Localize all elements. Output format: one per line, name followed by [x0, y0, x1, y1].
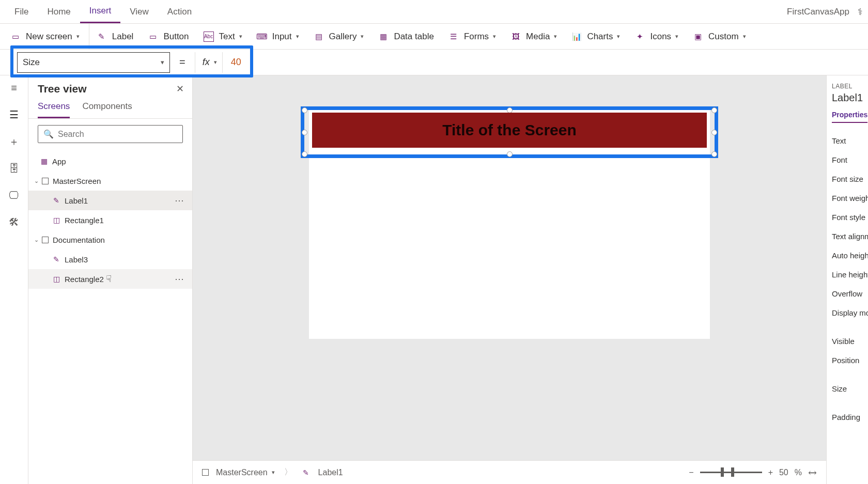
- prop-visible[interactable]: Visible: [832, 332, 868, 351]
- charts-icon: 📊: [571, 32, 582, 42]
- ribbon-bar: ▭ New screen▾ ✎Label ▭Button AbcText▾ ⌨I…: [0, 24, 868, 50]
- resize-handle[interactable]: [302, 107, 307, 113]
- fx-icon[interactable]: fx: [195, 57, 214, 68]
- rail-add-icon[interactable]: ＋: [8, 135, 20, 148]
- top-menu-bar: File Home Insert View Action FirstCanvas…: [0, 0, 868, 24]
- close-icon[interactable]: ✕: [176, 83, 184, 95]
- forms-icon: ☰: [448, 32, 459, 42]
- prop-text-align[interactable]: Text alignment: [832, 227, 868, 246]
- rail-data-icon[interactable]: 🗄: [8, 162, 20, 175]
- tree-item-masterscreen[interactable]: ⌄ MasterScreen: [28, 171, 192, 191]
- fit-icon[interactable]: ⤢: [805, 465, 820, 480]
- prop-font[interactable]: Font: [832, 150, 868, 169]
- tree-view-title: Tree view: [38, 83, 87, 95]
- formula-value[interactable]: 40: [222, 52, 250, 73]
- label-icon: ✎: [52, 255, 60, 263]
- insert-button-button[interactable]: ▭Button: [141, 24, 196, 49]
- rectangle-icon: ◫: [52, 216, 60, 224]
- icons-icon: ✦: [634, 32, 645, 42]
- text-icon: Abc: [204, 32, 214, 42]
- resize-handle[interactable]: [711, 107, 717, 113]
- canvas-tray: MasterScreen ▾ 〉 ✎ Label1 − + 50 % ⤢: [193, 460, 826, 484]
- tab-screens[interactable]: Screens: [38, 101, 70, 118]
- prop-display-mode[interactable]: Display mode: [832, 303, 868, 322]
- prop-element-name: Label1: [832, 92, 868, 104]
- properties-panel: LABEL Label1 Properties Text Font Font s…: [826, 75, 868, 484]
- tree-item-documentation[interactable]: ⌄ Documentation: [28, 230, 192, 249]
- tree-view-panel: Tree view ✕ Screens Components 🔍 ▦ App ⌄…: [28, 75, 193, 484]
- tree-item-rectangle2[interactable]: ◫ Rectangle2 ☟ ⋯: [28, 269, 192, 289]
- prop-font-weight[interactable]: Font weight: [832, 189, 868, 208]
- menu-action[interactable]: Action: [158, 0, 201, 23]
- resize-handle[interactable]: [711, 130, 717, 135]
- insert-datatable-button[interactable]: ▦Data table: [371, 24, 441, 49]
- menu-insert[interactable]: Insert: [80, 0, 121, 23]
- button-icon: ▭: [148, 32, 158, 42]
- rail-media-icon[interactable]: 🖵: [8, 189, 20, 201]
- property-selector[interactable]: Size▾: [17, 52, 170, 73]
- label-icon: ✎: [302, 469, 310, 477]
- insert-text-button[interactable]: AbcText▾: [196, 24, 250, 49]
- insert-charts-button[interactable]: 📊Charts▾: [564, 24, 627, 49]
- tab-components[interactable]: Components: [82, 101, 132, 118]
- insert-icons-button[interactable]: ✦Icons▾: [627, 24, 686, 49]
- zoom-slider[interactable]: [700, 472, 762, 473]
- insert-forms-button[interactable]: ☰Forms▾: [441, 24, 503, 49]
- screen-icon: [42, 237, 49, 243]
- rail-hamburger-icon[interactable]: ≡: [8, 82, 20, 94]
- prop-padding[interactable]: Padding: [832, 408, 868, 427]
- left-rail: ≡ ☰ ＋ 🗄 🖵 🛠: [0, 75, 28, 484]
- search-input[interactable]: [58, 130, 177, 139]
- resize-handle[interactable]: [507, 151, 513, 157]
- formula-bar: Size▾ = fx ▾ 40: [0, 50, 868, 75]
- screen-preview[interactable]: Title of the Screen: [309, 106, 710, 339]
- tree-item-rectangle1[interactable]: ◫ Rectangle1: [28, 210, 192, 230]
- prop-font-style[interactable]: Font style: [832, 208, 868, 227]
- insert-input-button[interactable]: ⌨Input▾: [250, 24, 306, 49]
- chevron-down-icon[interactable]: ⌄: [33, 237, 40, 243]
- insert-label-button[interactable]: ✎Label: [89, 24, 141, 49]
- tab-properties[interactable]: Properties: [832, 111, 867, 123]
- resize-handle[interactable]: [302, 130, 307, 135]
- prop-size[interactable]: Size: [832, 379, 868, 398]
- chevron-down-icon[interactable]: ⌄: [33, 178, 40, 184]
- label-icon: ✎: [52, 196, 60, 205]
- more-icon[interactable]: ⋯: [175, 195, 185, 206]
- insert-gallery-button[interactable]: ▤Gallery▾: [306, 24, 371, 49]
- datatable-icon: ▦: [378, 32, 389, 42]
- prop-type-label: LABEL: [832, 83, 868, 90]
- tray-screen-selector[interactable]: MasterScreen ▾: [202, 468, 275, 477]
- formula-input[interactable]: [252, 52, 868, 73]
- prop-line-height[interactable]: Line height: [832, 265, 868, 284]
- prop-font-size[interactable]: Font size: [832, 169, 868, 189]
- prop-overflow[interactable]: Overflow: [832, 284, 868, 303]
- rail-tools-icon[interactable]: 🛠: [8, 216, 20, 228]
- resize-handle[interactable]: [711, 151, 717, 157]
- tree-search[interactable]: 🔍: [38, 125, 183, 143]
- menu-view[interactable]: View: [120, 0, 158, 23]
- prop-auto-height[interactable]: Auto height: [832, 246, 868, 265]
- cursor-icon: ☟: [106, 273, 112, 285]
- canvas-label1[interactable]: Title of the Screen: [312, 113, 707, 148]
- tree-item-label1[interactable]: ✎ Label1 ⋯: [28, 191, 192, 210]
- prop-position[interactable]: Position: [832, 351, 868, 370]
- app-icon: ▦: [40, 157, 48, 165]
- prop-text[interactable]: Text: [832, 131, 868, 150]
- zoom-value: 50: [779, 468, 788, 477]
- menu-file[interactable]: File: [5, 0, 38, 23]
- input-icon: ⌨: [257, 32, 267, 42]
- tree-item-app[interactable]: ▦ App: [28, 151, 192, 171]
- insert-media-button[interactable]: 🖼Media▾: [503, 24, 564, 49]
- resize-handle[interactable]: [302, 151, 307, 157]
- rectangle-icon: ◫: [52, 275, 60, 283]
- tree-item-label3[interactable]: ✎ Label3: [28, 249, 192, 269]
- zoom-in-button[interactable]: +: [768, 468, 773, 477]
- tray-element[interactable]: ✎ Label1: [302, 468, 343, 477]
- more-icon[interactable]: ⋯: [175, 273, 185, 285]
- zoom-out-button[interactable]: −: [689, 468, 693, 477]
- menu-home[interactable]: Home: [38, 0, 80, 23]
- insert-custom-button[interactable]: ▣Custom▾: [686, 24, 753, 49]
- rail-treeview-icon[interactable]: ☰: [8, 108, 20, 121]
- new-screen-button[interactable]: ▭ New screen▾: [3, 24, 89, 49]
- diagnostics-icon[interactable]: ⚕: [858, 6, 863, 18]
